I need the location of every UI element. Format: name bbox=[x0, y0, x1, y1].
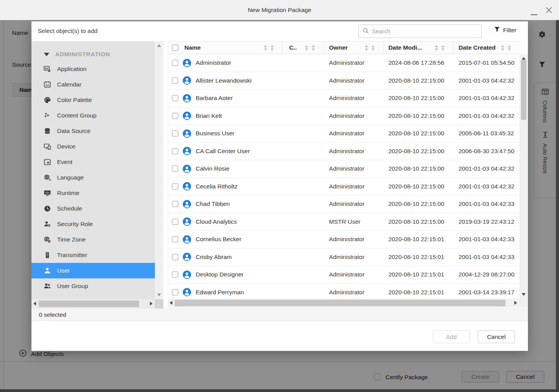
sidebar-item-color-palette[interactable]: Color Palette bbox=[31, 92, 155, 108]
scroll-up-arrow-icon[interactable] bbox=[522, 57, 526, 60]
table-row[interactable]: Crisby Abram Administrator 2020-08-10 22… bbox=[168, 249, 519, 266]
sidebar-hscroll-thumb[interactable] bbox=[39, 300, 139, 307]
header-name[interactable]: Name bbox=[168, 41, 283, 54]
table-row[interactable]: Brian Kelt Administrator 2020-08-10 22:1… bbox=[168, 107, 519, 125]
sort-arrows[interactable] bbox=[264, 45, 274, 51]
row-checkbox[interactable] bbox=[172, 148, 178, 154]
table-row[interactable]: Edward Perryman Administrator 2020-08-10… bbox=[168, 284, 519, 299]
sort-arrows[interactable] bbox=[435, 45, 444, 51]
table-row[interactable]: Business User Administrator 2020-08-10 2… bbox=[168, 125, 519, 143]
table-row[interactable]: Barbara Aoter Administrator 2020-08-10 2… bbox=[168, 90, 519, 107]
scroll-left-arrow-icon[interactable] bbox=[33, 302, 36, 306]
sidebar-vertical-scrollbar[interactable] bbox=[155, 41, 163, 299]
row-checkbox[interactable] bbox=[172, 219, 178, 225]
date-modified-cell: 2020-08-10 22:15:00 bbox=[384, 77, 453, 84]
sidebar-item-language[interactable]: A Language bbox=[31, 170, 155, 185]
row-checkbox[interactable] bbox=[172, 254, 178, 260]
content-group-icon bbox=[43, 112, 51, 119]
object-name: Brian Kelt bbox=[196, 112, 222, 119]
header-certified[interactable]: C.. bbox=[283, 41, 324, 54]
table-horizontal-scrollbar[interactable] bbox=[168, 299, 519, 307]
row-checkbox[interactable] bbox=[172, 113, 178, 119]
sidebar-item-content-group[interactable]: Content Group bbox=[31, 108, 155, 123]
objects-table: Name C.. Owner Date Modi... Date Created bbox=[168, 41, 519, 307]
scroll-right-arrow-icon[interactable] bbox=[150, 302, 153, 306]
table-row[interactable]: Cloud Analytics MSTR User 2020-08-10 22:… bbox=[168, 213, 519, 231]
header-owner[interactable]: Owner bbox=[324, 41, 384, 54]
row-checkbox[interactable] bbox=[172, 166, 178, 172]
table-row[interactable]: Cecelia Ritholtz Administrator 2020-08-1… bbox=[168, 178, 519, 196]
sidebar-item-event[interactable]: Event bbox=[31, 154, 155, 170]
sidebar-item-security-role[interactable]: Security Role bbox=[31, 216, 155, 232]
row-checkbox[interactable] bbox=[172, 236, 178, 242]
scroll-up-arrow-icon[interactable] bbox=[157, 44, 161, 47]
minimize-icon[interactable] bbox=[531, 14, 537, 15]
row-checkbox[interactable] bbox=[172, 130, 178, 136]
sidebar-item-calendar[interactable]: 12 Calendar bbox=[31, 77, 155, 92]
event-icon bbox=[43, 158, 51, 166]
scroll-down-arrow-icon[interactable] bbox=[157, 294, 161, 296]
user-avatar-icon bbox=[182, 164, 191, 173]
object-name: Chad Tibben bbox=[196, 200, 230, 207]
selection-status-bar: 0 selected bbox=[31, 308, 528, 321]
sidebar-item-time-zone[interactable]: Time Zone bbox=[31, 232, 155, 247]
sidebar-item-user-group[interactable]: User Group bbox=[31, 278, 155, 294]
table-row[interactable]: Chad Tibben Administrator 2020-08-10 22:… bbox=[168, 195, 519, 213]
row-checkbox[interactable] bbox=[172, 78, 178, 84]
sort-arrows[interactable] bbox=[305, 45, 315, 51]
row-checkbox[interactable] bbox=[172, 201, 178, 207]
section-label: ADMINISTRATION bbox=[55, 51, 110, 58]
scroll-down-arrow-icon[interactable] bbox=[522, 293, 526, 296]
sidebar-item-device[interactable]: Device bbox=[31, 139, 155, 154]
date-modified-cell: 2020-08-10 22:15:00 bbox=[384, 148, 453, 155]
header-date-modified[interactable]: Date Modi... bbox=[384, 41, 453, 54]
row-checkbox[interactable] bbox=[172, 95, 178, 101]
user-avatar-icon bbox=[182, 76, 191, 85]
row-checkbox[interactable] bbox=[172, 289, 178, 295]
table-vscroll-thumb[interactable] bbox=[521, 60, 526, 120]
date-created-cell: 2001-01-03 04:42:32 bbox=[453, 95, 519, 102]
select-all-checkbox[interactable] bbox=[172, 45, 178, 51]
table-hscroll-thumb[interactable] bbox=[175, 300, 505, 306]
administration-section[interactable]: ADMINISTRATION bbox=[31, 47, 155, 61]
sort-arrows[interactable] bbox=[501, 45, 511, 51]
sidebar-horizontal-scrollbar[interactable] bbox=[31, 299, 155, 308]
owner-cell: Administrator bbox=[324, 271, 384, 278]
close-icon[interactable] bbox=[545, 6, 553, 14]
dialog-title: Select object(s) to add bbox=[38, 28, 97, 35]
sort-arrows[interactable] bbox=[365, 45, 375, 51]
header-date-created[interactable]: Date Created bbox=[453, 41, 519, 54]
owner-cell: Administrator bbox=[324, 148, 384, 155]
row-checkbox[interactable] bbox=[172, 60, 178, 66]
row-checkbox[interactable] bbox=[172, 183, 178, 190]
cancel-button[interactable]: Cancel bbox=[478, 330, 515, 343]
filter-button[interactable]: Filter bbox=[494, 26, 516, 34]
svg-text:A: A bbox=[49, 178, 51, 181]
transmitter-icon bbox=[43, 251, 51, 259]
row-checkbox[interactable] bbox=[172, 271, 178, 278]
time-zone-icon bbox=[43, 236, 51, 243]
owner-cell: Administrator bbox=[324, 236, 384, 243]
table-row[interactable]: Cornelius Becker Administrator 2020-08-1… bbox=[168, 231, 519, 249]
scroll-left-arrow-icon[interactable] bbox=[170, 301, 172, 305]
sidebar-item-user[interactable]: User bbox=[31, 263, 155, 278]
table-row[interactable]: Calvin Rosie Administrator 2020-08-10 22… bbox=[168, 160, 519, 178]
date-created-cell: 2001-01-03 04:42:32 bbox=[453, 165, 519, 172]
sidebar-item-runtime[interactable]: </> Runtime bbox=[31, 185, 155, 201]
sidebar-item-transmitter[interactable]: Transmitter bbox=[31, 247, 155, 263]
table-row[interactable]: CA Call Center User Administrator 2020-0… bbox=[168, 143, 519, 161]
sidebar-item-schedule[interactable]: Schedule bbox=[31, 201, 155, 216]
table-row[interactable]: Administrator Administrator 2024-08-06 1… bbox=[168, 54, 519, 72]
chevron-down-icon bbox=[44, 53, 49, 56]
search-input[interactable] bbox=[372, 28, 477, 35]
application-icon bbox=[43, 65, 51, 73]
table-row[interactable]: Desktop Designer Administrator 2020-08-1… bbox=[168, 266, 519, 284]
sidebar-item-data-source[interactable]: Data Source bbox=[31, 123, 155, 139]
user-avatar-icon bbox=[182, 200, 191, 209]
table-vertical-scrollbar[interactable] bbox=[519, 54, 528, 299]
sidebar-item-application[interactable]: Application bbox=[31, 61, 155, 77]
add-button[interactable]: Add bbox=[433, 330, 470, 343]
table-header-row: Name C.. Owner Date Modi... Date Created bbox=[168, 41, 519, 54]
scroll-right-arrow-icon[interactable] bbox=[514, 301, 517, 305]
table-row[interactable]: Allister Lewandowski Administrator 2020-… bbox=[168, 72, 519, 90]
